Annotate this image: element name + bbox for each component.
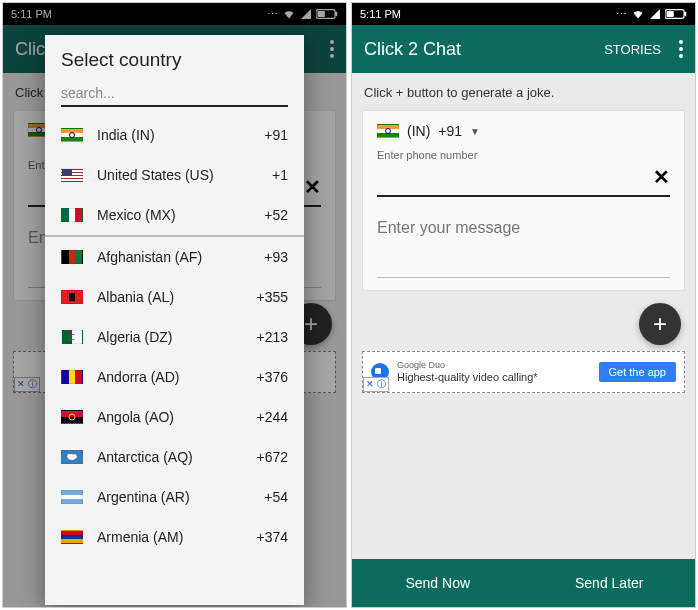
flag-icon — [61, 450, 83, 464]
country-row[interactable]: Mexico (MX)+52 — [45, 195, 304, 235]
app-bar: Click 2 Chat STORIES — [352, 25, 695, 73]
send-now-button[interactable]: Send Now — [352, 559, 524, 607]
flag-icon — [377, 124, 399, 138]
dial-code: +213 — [256, 329, 288, 345]
phone-input[interactable] — [377, 169, 653, 185]
main-content: Click + button to generate a joke. (IN) … — [352, 73, 695, 559]
flag-icon — [61, 330, 83, 344]
dial-code: +93 — [264, 249, 288, 265]
country-row[interactable]: Andorra (AD)+376 — [45, 357, 304, 397]
ad-text: Highest-quality video calling* — [397, 371, 538, 383]
country-list[interactable]: India (IN)+91United States (US)+1Mexico … — [45, 115, 304, 605]
dial-code: +244 — [256, 409, 288, 425]
dial-code: +374 — [256, 529, 288, 545]
country-row[interactable]: Albania (AL)+355 — [45, 277, 304, 317]
country-name: Andorra (AD) — [97, 369, 242, 385]
flag-icon — [61, 250, 83, 264]
flag-icon — [61, 208, 83, 222]
menu-icon[interactable] — [679, 40, 683, 58]
country-row[interactable]: India (IN)+91 — [45, 115, 304, 155]
phone-input-row: ✕ — [377, 165, 670, 197]
status-time: 5:11 PM — [360, 8, 401, 20]
dial-code: +52 — [264, 207, 288, 223]
svg-rect-4 — [684, 12, 686, 16]
country-dial: +91 — [438, 123, 462, 139]
country-name: Algeria (DZ) — [97, 329, 242, 345]
flag-icon — [61, 290, 83, 304]
ad-banner[interactable]: Google Duo Highest-quality video calling… — [362, 351, 685, 393]
country-name: Mexico (MX) — [97, 207, 250, 223]
country-row[interactable]: Afghanistan (AF)+93 — [45, 237, 304, 277]
country-name: Albania (AL) — [97, 289, 242, 305]
dial-code: +355 — [256, 289, 288, 305]
status-bar: 5:11 PM ⋯ — [352, 3, 695, 25]
more-icon: ⋯ — [616, 8, 627, 21]
country-name: United States (US) — [97, 167, 258, 183]
ad-cta-button[interactable]: Get the app — [599, 362, 677, 382]
phone-right: 5:11 PM ⋯ Click 2 Chat STORIES Click + b… — [351, 2, 696, 608]
stories-button[interactable]: STORIES — [604, 42, 661, 57]
country-selector[interactable]: (IN) +91 ▼ — [377, 123, 670, 139]
country-row[interactable]: Armenia (AM)+374 — [45, 517, 304, 557]
phone-label: Enter phone number — [377, 149, 670, 161]
country-row[interactable]: Argentina (AR)+54 — [45, 477, 304, 517]
send-later-button[interactable]: Send Later — [524, 559, 696, 607]
wifi-icon — [631, 8, 645, 20]
search-input[interactable] — [61, 81, 288, 107]
signal-icon — [649, 8, 661, 20]
dial-code: +376 — [256, 369, 288, 385]
phone-left: 5:11 PM ⋯ Clic Click + button to generat… — [2, 2, 347, 608]
app-actions: STORIES — [604, 40, 683, 58]
app-title: Click 2 Chat — [364, 39, 461, 60]
ad-close-icon[interactable]: ✕ ⓘ — [363, 377, 389, 392]
country-name: Angola (AO) — [97, 409, 242, 425]
country-picker-modal: Select country India (IN)+91United State… — [45, 35, 304, 605]
clear-icon[interactable]: ✕ — [653, 165, 670, 189]
country-row[interactable]: Angola (AO)+244 — [45, 397, 304, 437]
country-iso: (IN) — [407, 123, 430, 139]
flag-icon — [61, 530, 83, 544]
dial-code: +672 — [256, 449, 288, 465]
dial-code: +91 — [264, 127, 288, 143]
battery-icon — [665, 8, 687, 20]
country-name: India (IN) — [97, 127, 250, 143]
country-name: Antarctica (AQ) — [97, 449, 242, 465]
search-wrap — [45, 81, 304, 115]
country-row[interactable]: Algeria (DZ)+213 — [45, 317, 304, 357]
country-name: Armenia (AM) — [97, 529, 242, 545]
bottom-bar: Send Now Send Later — [352, 559, 695, 607]
dial-code: +54 — [264, 489, 288, 505]
status-icons: ⋯ — [616, 8, 687, 21]
modal-title: Select country — [45, 49, 304, 81]
svg-rect-5 — [666, 11, 673, 17]
message-input[interactable] — [377, 219, 670, 278]
ad-brand: Google Duo — [397, 361, 538, 371]
country-row[interactable]: Antarctica (AQ)+672 — [45, 437, 304, 477]
country-row[interactable]: United States (US)+1 — [45, 155, 304, 195]
country-name: Afghanistan (AF) — [97, 249, 250, 265]
country-name: Argentina (AR) — [97, 489, 250, 505]
flag-icon — [61, 168, 83, 182]
flag-icon — [61, 410, 83, 424]
fab-add[interactable]: + — [639, 303, 681, 345]
hint-text: Click + button to generate a joke. — [362, 83, 685, 102]
input-card: (IN) +91 ▼ Enter phone number ✕ — [362, 110, 685, 291]
chevron-down-icon: ▼ — [470, 126, 480, 137]
flag-icon — [61, 490, 83, 504]
flag-icon — [61, 128, 83, 142]
dial-code: +1 — [272, 167, 288, 183]
flag-icon — [61, 370, 83, 384]
